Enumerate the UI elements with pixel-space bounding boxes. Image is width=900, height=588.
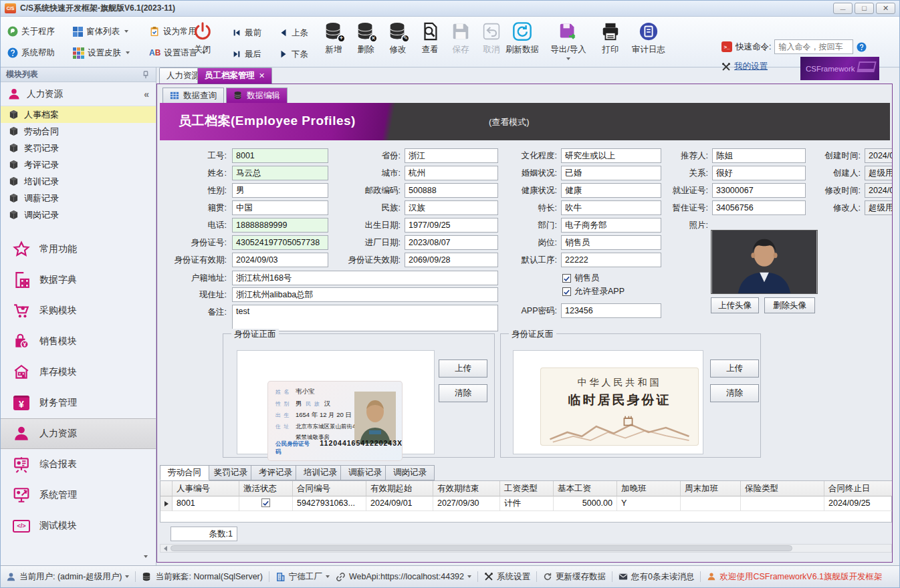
system-help-button[interactable]: 系统帮助 [7,45,55,61]
cell-base-salary[interactable]: 5000.00 [554,496,617,511]
col-active[interactable]: 激活状态 [239,481,293,496]
upload-avatar-button[interactable]: 上传头像 [711,297,759,313]
tab-close-icon[interactable] [259,71,265,80]
cell-contract-end[interactable]: 2024/09/25 [824,496,893,511]
cell-valid-start[interactable]: 2024/09/01 [366,496,433,511]
cell-wage-type[interactable]: 计件 [500,496,554,511]
nav-next-button[interactable]: 下条 [279,46,308,62]
sidebar-group-hr[interactable]: 人力资源 [1,82,156,106]
sidebar-item-personnel-files[interactable]: 人事档案 [1,106,156,123]
allow-app-login-checkbox[interactable]: 允许登录APP [562,286,625,297]
health-combo[interactable]: 健康 [561,183,661,198]
module-reports[interactable]: 综合报表 [1,449,156,480]
cell-emp-no[interactable]: 8001 [173,496,239,511]
cell-weekend-overtime[interactable] [681,496,741,511]
subtab-data-edit[interactable]: 数据编辑 [226,88,288,103]
education-combo[interactable]: 研究生或以上 [561,148,661,163]
delete-button[interactable]: × 删除 [348,21,383,62]
col-contract-no[interactable]: 合同编号 [293,481,366,496]
sidebar-overflow[interactable] [1,548,156,565]
name-field[interactable]: 马云总 [232,166,328,180]
view-button[interactable]: 查看 [413,21,447,62]
employment-cert-field[interactable]: 33000067 [712,183,806,198]
current-account[interactable]: 当前账套: Normal(SqlServer) [142,571,262,583]
position-combo[interactable]: 销售员 [561,235,661,250]
specialty-field[interactable]: 吹牛 [561,200,661,215]
app-password-field[interactable]: 123456 [561,303,661,318]
maximize-button[interactable] [855,3,874,14]
scroll-left-icon[interactable] [164,546,167,551]
pin-icon[interactable] [141,70,150,80]
registered-address-field[interactable]: 浙江杭州168号 [232,271,498,285]
detail-tab-training[interactable]: 培训记录 [296,465,345,480]
audit-log-button[interactable]: 审计日志 [628,21,669,62]
ethnicity-field[interactable]: 汉族 [405,200,498,215]
webapi-status[interactable]: WebApi:https://localhost:44392 [336,572,471,582]
module-system-admin[interactable]: 系统管理 [1,480,156,510]
close-window-button[interactable] [876,3,895,14]
salesperson-checkbox[interactable]: 销售员 [562,273,600,284]
nav-last-button[interactable]: 最后 [232,46,261,62]
idcard-back-clear-button[interactable]: 清除 [710,384,759,402]
print-button[interactable]: 打印 [594,21,627,62]
command-help-icon[interactable] [857,42,867,52]
birthdate-picker[interactable]: 1977/09/25 [405,218,498,233]
module-inventory[interactable]: 库存模块 [1,357,156,388]
refresh-cache-button[interactable]: 更新缓存数据 [543,571,606,583]
id-valid-date[interactable]: 2024/09/03 [232,253,328,267]
id-number-field[interactable]: 430524197705057738 [232,235,328,250]
factory-selector[interactable]: 宁德工厂 [275,571,330,583]
col-emp-no[interactable]: 人事编号 [173,481,239,496]
set-skin-button[interactable]: 设置皮肤 [73,45,130,61]
department-combo[interactable]: 电子商务部 [561,218,661,233]
module-common-functions[interactable]: 常用功能 [1,234,156,265]
export-import-button[interactable]: 导出/导入 [546,21,590,62]
marital-combo[interactable]: 已婚 [561,166,661,180]
relation-field[interactable]: 很好 [712,166,806,180]
sidebar-item-reward-punishment[interactable]: 奖罚记录 [1,140,156,156]
add-button[interactable]: + 新增 [316,21,351,62]
cell-night-overtime[interactable]: Y [617,496,681,511]
system-settings-button[interactable]: 系统设置 [484,571,530,583]
emp-no-field[interactable]: 8001 [232,148,328,163]
detail-tab-post-adjust[interactable]: 调岗记录 [385,465,435,480]
id-expire-picker[interactable]: 2069/09/28 [405,253,498,267]
subtab-data-query[interactable]: 数据查询 [162,88,224,103]
delete-avatar-button[interactable]: 删除头像 [764,297,815,313]
hire-date-picker[interactable]: 2023/08/07 [405,235,498,250]
my-settings-link[interactable]: 我的设置 [721,61,768,72]
module-finance[interactable]: 财务管理 [1,388,156,418]
sidebar-item-appraisal[interactable]: 考评记录 [1,156,156,173]
gender-combo[interactable]: 男 [232,183,328,198]
cell-contract-no[interactable]: 59427931063... [293,496,366,511]
cell-valid-end[interactable]: 2027/09/30 [433,496,500,511]
current-address-field[interactable]: 浙江杭州alibaba总部 [232,287,498,302]
module-purchasing[interactable]: 采购模块 [1,295,156,326]
detail-tab-reward[interactable]: 奖罚记录 [206,465,255,480]
default-process-field[interactable]: 22222 [561,253,661,267]
phone-field[interactable]: 18888889999 [232,218,328,233]
col-base-salary[interactable]: 基本工资 [554,481,617,496]
memo-field[interactable]: test [232,305,498,331]
quick-command-input[interactable] [774,39,853,54]
detail-tab-labor-contract[interactable]: 劳动合同 [160,465,209,480]
unread-messages[interactable]: 您有0条未读消息 [618,571,694,583]
city-field[interactable]: 杭州 [405,166,498,180]
cell-active[interactable] [239,496,293,511]
sidebar-item-training[interactable]: 培训记录 [1,173,156,190]
form-list-button[interactable]: 窗体列表 [73,23,128,39]
about-button[interactable]: 关于程序 [7,23,55,39]
detail-tab-salary-adjust[interactable]: 调薪记录 [340,465,390,480]
col-weekend-overtime[interactable]: 周末加班 [681,481,741,496]
collapse-icon[interactable] [144,89,149,100]
current-user-menu[interactable]: 当前用户: (admin-超级用户) [6,571,129,583]
cell-insurance-type[interactable] [741,496,824,511]
idcard-front-clear-button[interactable]: 清除 [439,384,487,402]
col-night-overtime[interactable]: 加晚班 [617,481,681,496]
sidebar-item-labor-contract[interactable]: 劳动合同 [1,123,156,140]
nav-prev-button[interactable]: 上条 [279,25,308,41]
minimize-button[interactable] [833,3,853,14]
nav-first-button[interactable]: 最前 [232,25,261,41]
module-sales[interactable]: 销售模块 [1,326,156,357]
col-wage-type[interactable]: 工资类型 [500,481,554,496]
